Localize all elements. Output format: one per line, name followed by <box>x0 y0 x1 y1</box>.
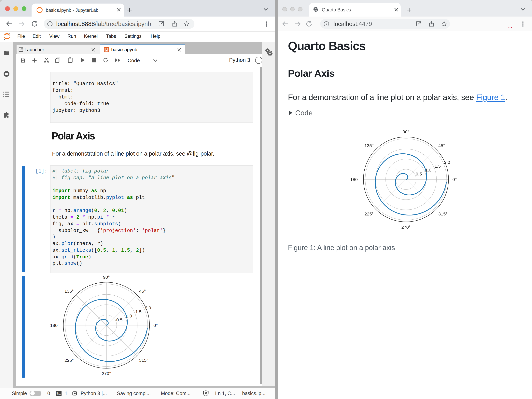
svg-text:0°: 0° <box>453 177 457 182</box>
svg-text:90°: 90° <box>403 129 409 134</box>
svg-text:135°: 135° <box>364 143 374 148</box>
svg-text:0.5: 0.5 <box>416 172 422 177</box>
svg-text:90°: 90° <box>103 275 110 280</box>
svg-text:225°: 225° <box>64 358 74 363</box>
svg-text:315°: 315° <box>139 358 148 363</box>
svg-text:180°: 180° <box>50 323 60 328</box>
svg-text:2.0: 2.0 <box>145 306 151 311</box>
svg-text:0.5: 0.5 <box>116 318 122 322</box>
svg-text:225°: 225° <box>364 212 374 216</box>
svg-text:45°: 45° <box>438 143 445 148</box>
svg-text:1.0: 1.0 <box>126 313 132 319</box>
svg-text:1.5: 1.5 <box>135 310 142 314</box>
svg-text:135°: 135° <box>64 289 74 294</box>
svg-text:2.0: 2.0 <box>444 160 450 165</box>
svg-text:270°: 270° <box>102 371 111 376</box>
svg-text:270°: 270° <box>401 225 411 230</box>
svg-text:0°: 0° <box>154 323 158 328</box>
svg-text:45°: 45° <box>139 289 146 294</box>
svg-text:180°: 180° <box>350 177 360 182</box>
svg-text:315°: 315° <box>438 212 448 216</box>
svg-text:1.5: 1.5 <box>435 164 441 169</box>
svg-text:1.0: 1.0 <box>425 168 431 172</box>
